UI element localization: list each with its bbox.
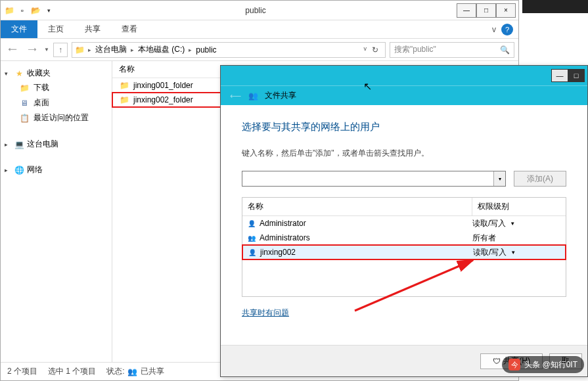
add-button[interactable]: 添加(A) bbox=[514, 171, 566, 187]
minimize-button[interactable]: — bbox=[457, 3, 476, 18]
sidebar: ▾ ★ 收藏夹 📁 下载 🖥 桌面 📋 最近访问的位置 bbox=[1, 61, 112, 362]
users-icon: 👥 bbox=[127, 367, 138, 377]
search-input[interactable]: 搜索"public" 🔍 bbox=[390, 42, 514, 58]
user-combo-input[interactable]: ▾ bbox=[242, 171, 506, 187]
dialog-breadcrumb: ⟵ 👥 文件共享 bbox=[221, 85, 587, 105]
tab-file[interactable]: 文件 bbox=[1, 20, 37, 38]
crumb-drive[interactable]: 本地磁盘 (C:) bbox=[137, 44, 186, 55]
chevron-down-icon[interactable]: ▼ bbox=[510, 221, 515, 227]
window-title: public bbox=[55, 6, 457, 15]
sidebar-desktop[interactable]: 🖥 桌面 bbox=[5, 95, 108, 110]
chevron-right-icon: ▸ bbox=[5, 141, 11, 148]
status-state-label: 状态: bbox=[106, 366, 124, 377]
back-button[interactable]: ⭠ bbox=[5, 42, 20, 58]
permission-row[interactable]: 👤Administrator 读取/写入▼ bbox=[242, 216, 566, 231]
sidebar-network[interactable]: ▸ 🌐 网络 bbox=[5, 163, 108, 177]
col-name[interactable]: 名称 bbox=[242, 198, 472, 215]
folder-icon: 📁 bbox=[19, 83, 30, 93]
permission-table: 名称 权限级别 👤Administrator 读取/写入▼ 👥Administr… bbox=[242, 197, 566, 297]
crumb-sep-icon[interactable]: ▸ bbox=[189, 47, 192, 53]
dialog-titlebar[interactable]: — □ bbox=[221, 66, 587, 85]
folder-icon: 📁 bbox=[119, 95, 129, 105]
crumb-sep-icon[interactable]: ▸ bbox=[88, 47, 91, 53]
desktop-icon: 🖥 bbox=[19, 98, 30, 108]
ribbon-tabs: 文件 主页 共享 查看 v ? bbox=[1, 20, 518, 39]
address-bar[interactable]: 📁 ▸ 这台电脑 ▸ 本地磁盘 (C:) ▸ public v ↻ bbox=[72, 42, 386, 58]
help-icon[interactable]: ? bbox=[501, 24, 513, 35]
watermark: 今 头条 @知行0IT bbox=[502, 356, 584, 373]
tab-view[interactable]: 查看 bbox=[111, 20, 148, 38]
crumb-sep-icon[interactable]: ▸ bbox=[131, 47, 134, 53]
background-window bbox=[522, 0, 588, 13]
group-icon: 👥 bbox=[248, 235, 256, 242]
tab-home[interactable]: 主页 bbox=[37, 20, 74, 38]
watermark-text: 头条 @知行0IT bbox=[524, 359, 577, 370]
sidebar-this-pc[interactable]: ▸ 💻 这台电脑 bbox=[5, 137, 108, 151]
file-name: jinxing002_folder bbox=[133, 95, 193, 104]
folder-icon: 📁 bbox=[119, 80, 129, 91]
recent-icon: 📋 bbox=[19, 113, 30, 123]
user-icon: 👤 bbox=[248, 220, 256, 227]
star-icon: ★ bbox=[14, 68, 24, 79]
permission-row[interactable]: 👥Administrators 所有者 bbox=[242, 231, 566, 245]
tab-share[interactable]: 共享 bbox=[74, 20, 111, 38]
computer-icon: 💻 bbox=[14, 139, 24, 150]
user-icon: 👤 bbox=[248, 249, 256, 256]
nav-bar: ⭠ ⭢ ▼ ↑ 📁 ▸ 这台电脑 ▸ 本地磁盘 (C:) ▸ public v … bbox=[1, 39, 518, 61]
address-icon: 📁 bbox=[75, 45, 85, 55]
status-item-count: 2 个项目 bbox=[7, 366, 37, 377]
dialog-minimize-button[interactable]: — bbox=[551, 69, 568, 82]
chevron-right-icon: ▸ bbox=[5, 167, 11, 173]
crumb-this-pc[interactable]: 这台电脑 bbox=[94, 44, 128, 55]
share-dialog: — □ ⟵ 👥 文件共享 选择要与其共享的网络上的用户 键入名称，然后单击"添加… bbox=[220, 65, 588, 377]
titlebar: 📁 ▫ 📂 ▾ public — □ × bbox=[1, 1, 518, 20]
search-icon[interactable]: 🔍 bbox=[500, 45, 510, 55]
address-dropdown-icon[interactable]: v bbox=[364, 45, 367, 55]
file-name: jinxing001_folder bbox=[133, 81, 193, 90]
ribbon-expand[interactable]: v bbox=[492, 25, 496, 34]
sidebar-downloads[interactable]: 📁 下载 bbox=[5, 80, 108, 95]
status-selected: 选中 1 个项目 bbox=[48, 366, 96, 377]
qat-icon-2[interactable]: 📂 bbox=[30, 5, 41, 16]
chevron-down-icon: ▾ bbox=[5, 70, 11, 77]
sidebar-recent[interactable]: 📋 最近访问的位置 bbox=[5, 110, 108, 125]
history-dropdown[interactable]: ▼ bbox=[44, 47, 49, 53]
back-arrow-icon[interactable]: ⟵ bbox=[230, 91, 241, 101]
share-problem-link[interactable]: 共享时有问题 bbox=[242, 307, 289, 319]
chevron-down-icon[interactable]: ▼ bbox=[510, 250, 516, 256]
up-button[interactable]: ↑ bbox=[53, 43, 68, 57]
col-permission[interactable]: 权限级别 bbox=[472, 198, 566, 215]
permission-row[interactable]: 👤jinxing002 读取/写入▼ bbox=[242, 245, 566, 259]
close-button[interactable]: × bbox=[496, 3, 516, 18]
network-icon: 🌐 bbox=[14, 165, 24, 175]
dialog-maximize-button[interactable]: □ bbox=[568, 69, 585, 82]
qat-overflow[interactable]: ▾ bbox=[43, 5, 55, 16]
crumb-folder[interactable]: public bbox=[194, 45, 217, 55]
forward-button[interactable]: ⭢ bbox=[24, 42, 40, 58]
users-icon: 👥 bbox=[248, 91, 258, 101]
search-placeholder: 搜索"public" bbox=[394, 44, 436, 55]
dialog-hint: 键入名称，然后单击"添加"，或者单击箭头查找用户。 bbox=[242, 148, 566, 159]
status-shared: 已共享 bbox=[141, 366, 164, 377]
app-icon: 📁 bbox=[3, 5, 15, 16]
dialog-crumb-label: 文件共享 bbox=[265, 90, 296, 101]
dialog-heading: 选择要与其共享的网络上的用户 bbox=[242, 121, 566, 133]
combo-dropdown-button[interactable]: ▾ bbox=[493, 171, 505, 186]
maximize-button[interactable]: □ bbox=[476, 3, 496, 18]
watermark-logo-icon: 今 bbox=[509, 359, 520, 370]
sidebar-favorites-label: 收藏夹 bbox=[27, 68, 51, 79]
qat-icon-1[interactable]: ▫ bbox=[16, 5, 28, 16]
sidebar-favorites[interactable]: ▾ ★ 收藏夹 bbox=[5, 66, 108, 80]
refresh-icon[interactable]: ↻ bbox=[372, 45, 378, 55]
